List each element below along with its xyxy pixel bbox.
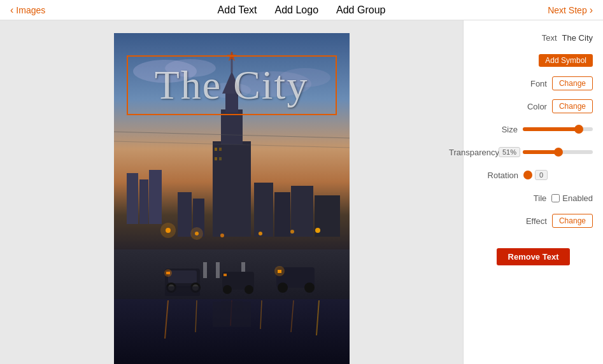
color-change-button[interactable]: Change — [552, 99, 593, 113]
svg-point-48 — [245, 285, 253, 294]
tile-checkbox[interactable] — [551, 194, 560, 202]
right-panel: Text The City Add Symbol Font Change Col… — [463, 20, 603, 364]
svg-rect-17 — [215, 157, 217, 160]
font-label: Font — [502, 79, 547, 88]
tile-label: Tile — [502, 193, 546, 203]
tile-enabled-label[interactable]: Enabled — [551, 193, 593, 203]
add-symbol-button[interactable]: Add Symbol — [539, 54, 593, 67]
svg-point-52 — [304, 283, 315, 293]
add-symbol-row: Add Symbol — [474, 53, 593, 67]
svg-rect-34 — [203, 262, 207, 278]
rotation-label: Rotation — [474, 171, 518, 180]
svg-point-51 — [278, 283, 288, 293]
transparency-slider-fill — [523, 150, 558, 154]
transparency-row: Transparency 51% — [474, 145, 593, 159]
font-change-button[interactable]: Change — [552, 76, 593, 90]
svg-rect-15 — [215, 148, 217, 151]
image-text-overlay[interactable]: The City — [127, 55, 337, 115]
effect-row: Effect Change — [474, 214, 593, 228]
rotation-row: Rotation 0 — [474, 168, 593, 182]
transparency-label: Transparency — [449, 148, 493, 157]
transparency-slider-container: 51% — [499, 147, 593, 157]
remove-text-button[interactable]: Remove Text — [497, 248, 571, 265]
add-text-link[interactable]: Add Text — [218, 4, 257, 16]
transparency-value: 51% — [499, 147, 520, 157]
size-label: Size — [473, 125, 518, 134]
svg-rect-7 — [139, 179, 148, 224]
svg-point-29 — [220, 234, 224, 237]
svg-point-32 — [315, 228, 320, 233]
size-row: Size — [474, 122, 593, 136]
svg-rect-18 — [219, 157, 222, 160]
top-nav: ‹ Images Add Text Add Logo Add Group Nex… — [0, 0, 603, 20]
svg-point-31 — [290, 230, 294, 234]
add-logo-link[interactable]: Add Logo — [275, 4, 319, 16]
back-chevron-icon: ‹ — [10, 4, 13, 16]
svg-rect-8 — [149, 170, 162, 224]
svg-rect-35 — [216, 262, 220, 278]
overlay-text: The City — [155, 62, 309, 108]
svg-point-44 — [164, 269, 172, 277]
color-row: Color Change — [474, 99, 593, 113]
next-chevron-icon: › — [590, 4, 593, 16]
back-nav[interactable]: ‹ Images — [10, 4, 45, 16]
svg-rect-38 — [168, 270, 197, 283]
size-slider-track[interactable] — [523, 127, 593, 131]
tile-row: Tile Enabled — [474, 191, 593, 205]
svg-rect-45 — [165, 286, 200, 296]
size-slider-thumb[interactable] — [574, 125, 583, 134]
svg-rect-20 — [274, 192, 290, 237]
svg-point-28 — [190, 227, 203, 240]
size-slider-container — [523, 127, 593, 131]
svg-point-30 — [259, 232, 262, 235]
rotation-dot — [523, 171, 532, 179]
effect-change-button[interactable]: Change — [552, 214, 593, 228]
svg-rect-49 — [223, 274, 227, 276]
svg-rect-21 — [291, 186, 313, 237]
main-content: The City Text The City Add Symbol Font C… — [0, 20, 603, 364]
effect-label: Effect — [502, 216, 547, 226]
add-group-link[interactable]: Add Group — [336, 4, 385, 16]
canvas-area: The City — [0, 20, 463, 364]
svg-rect-9 — [213, 141, 251, 237]
transparency-slider-thumb[interactable] — [554, 148, 563, 157]
text-label: Text — [513, 33, 557, 43]
image-container[interactable]: The City — [114, 33, 350, 364]
svg-rect-6 — [127, 173, 138, 224]
next-step-nav[interactable]: Next Step › — [548, 4, 593, 16]
rotation-slider-container: 0 — [523, 170, 593, 180]
next-step-label: Next Step — [548, 5, 586, 15]
svg-rect-19 — [254, 183, 273, 237]
svg-rect-23 — [178, 192, 192, 237]
font-row: Font Change — [474, 76, 593, 90]
size-slider-fill — [523, 127, 579, 131]
text-value: The City — [562, 33, 593, 43]
rotation-value: 0 — [535, 170, 548, 180]
transparency-slider-track[interactable] — [523, 150, 593, 154]
svg-rect-63 — [221, 300, 243, 319]
svg-point-26 — [160, 223, 176, 238]
color-label: Color — [502, 102, 547, 111]
remove-text-row: Remove Text — [474, 243, 593, 265]
text-row: Text The City — [474, 31, 593, 45]
tile-enabled-text: Enabled — [562, 193, 593, 203]
back-label[interactable]: Images — [16, 5, 45, 15]
svg-rect-16 — [219, 148, 222, 151]
svg-point-54 — [274, 266, 285, 276]
svg-point-47 — [223, 285, 232, 294]
center-nav: Add Text Add Logo Add Group — [218, 4, 386, 16]
